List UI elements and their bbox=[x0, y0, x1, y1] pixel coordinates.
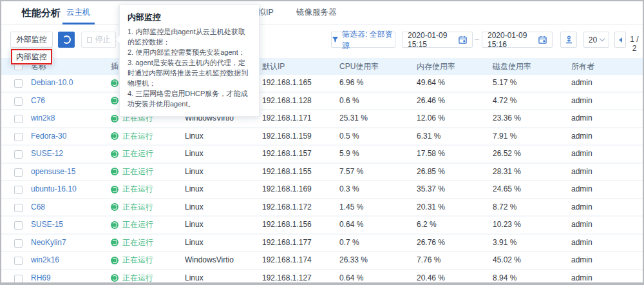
status-label: 正在运行 bbox=[122, 164, 153, 181]
row-checkbox[interactable] bbox=[14, 97, 23, 106]
running-status-icon bbox=[111, 79, 118, 87]
default-ip-cell: 192.168.1.128 bbox=[262, 93, 312, 110]
date-start-input[interactable]: 2020-01-09 15:15 bbox=[402, 32, 473, 48]
menu-item-internal-monitor[interactable]: 内部监控 bbox=[11, 49, 52, 64]
default-ip-cell: 192.168.1.174 bbox=[262, 252, 312, 269]
filter-button[interactable]: 筛选器: 全部资源 bbox=[331, 32, 395, 48]
vm-name-link[interactable]: C68 bbox=[31, 199, 45, 216]
table-row[interactable]: Debian-10.0 正在运行 Linux 192.168.1.165 6.9… bbox=[1, 75, 643, 93]
stop-button[interactable]: 停止 bbox=[81, 32, 116, 48]
table-row[interactable]: C68 正在运行 Linux 192.168.1.172 1.45 % 20.3… bbox=[1, 199, 643, 217]
column-header-owner[interactable]: 所有者 bbox=[571, 58, 594, 75]
vm-name-link[interactable]: Debian-10.0 bbox=[31, 75, 73, 92]
table-row[interactable]: opensuse-15 正在运行 Linux 192.168.1.155 7.5… bbox=[1, 164, 643, 182]
owner-cell: admin bbox=[571, 110, 592, 127]
page-size-select[interactable]: 20 bbox=[583, 32, 609, 48]
memory-usage-cell: 7.76 % bbox=[417, 252, 440, 269]
tab-image-server[interactable]: 镜像服务器 bbox=[296, 1, 337, 25]
disk-usage-cell: 5.17 % bbox=[493, 75, 516, 92]
internal-monitor-tooltip: 内部监控 1. 内部监控是由agent从云主机处获取的监控数据； 2. 使用内部… bbox=[119, 5, 260, 117]
row-checkbox[interactable] bbox=[14, 221, 23, 230]
column-header-memory-usage[interactable]: 内存使用率 bbox=[417, 58, 455, 75]
table-row[interactable]: RH69 正在运行 Linux 192.168.1.127 0.64 % 20.… bbox=[1, 270, 643, 285]
table-row[interactable]: SUSE-15 正在运行 Linux 192.168.1.156 0.64 % … bbox=[1, 217, 643, 235]
row-checkbox[interactable] bbox=[14, 186, 23, 194]
table-row[interactable]: SUSE-12 正在运行 Linux 192.168.1.157 5.9 % 1… bbox=[1, 146, 643, 164]
default-ip-cell: 192.168.1.171 bbox=[262, 110, 312, 127]
cpu-usage-cell: 0.6 % bbox=[339, 93, 359, 110]
row-checkbox[interactable] bbox=[14, 168, 23, 177]
performance-analysis-page: 性能分析 云主机 虚拟IP 镜像服务器 外部监控 内部监控 停止 ? 内部监控 … bbox=[0, 0, 644, 285]
table-row[interactable]: ubuntu-16.10 正在运行 Linux 192.168.1.169 0.… bbox=[1, 181, 643, 199]
memory-usage-cell: 6.2 % bbox=[417, 217, 437, 233]
stop-button-label: 停止 bbox=[95, 34, 111, 45]
agent-status-cell: 正在运行 bbox=[111, 235, 153, 251]
memory-usage-cell: 6.31 % bbox=[417, 128, 440, 145]
row-checkbox[interactable] bbox=[14, 204, 23, 212]
date-end-input[interactable]: 2020-01-09 15:16 bbox=[482, 32, 553, 48]
vm-name-link[interactable]: SUSE-15 bbox=[31, 217, 63, 233]
default-ip-cell: 192.168.1.127 bbox=[262, 270, 312, 285]
disk-usage-cell: 24.65 % bbox=[493, 181, 521, 198]
default-ip-cell: 192.168.1.177 bbox=[262, 235, 312, 251]
table-row[interactable]: NeoKylin7 正在运行 Linux 192.168.1.177 0.7 %… bbox=[1, 235, 643, 253]
refresh-button[interactable] bbox=[58, 32, 75, 48]
disk-usage-cell: 4.72 % bbox=[493, 93, 516, 110]
vm-name-link[interactable]: SUSE-12 bbox=[31, 146, 63, 162]
chevron-down-icon bbox=[600, 36, 605, 41]
tab-cloud-vm[interactable]: 云主机 bbox=[66, 1, 91, 25]
memory-usage-cell: 26.85 % bbox=[417, 164, 445, 181]
cpu-usage-cell: 0.64 % bbox=[339, 217, 363, 233]
row-checkbox[interactable] bbox=[14, 133, 23, 141]
column-header-cpu-usage[interactable]: CPU使用率 bbox=[339, 58, 379, 75]
tooltip-title: 内部监控 bbox=[128, 12, 251, 23]
agent-status-cell: 正在运行 bbox=[111, 164, 153, 181]
export-icon bbox=[565, 35, 573, 44]
disk-usage-cell: 28.31 % bbox=[493, 164, 521, 181]
column-header-default-ip[interactable]: 默认IP bbox=[262, 58, 285, 75]
vm-name-link[interactable]: RH69 bbox=[31, 270, 51, 285]
disk-usage-cell: 8.94 % bbox=[493, 270, 516, 285]
vm-name-link[interactable]: NeoKylin7 bbox=[31, 235, 66, 251]
cpu-usage-cell: 25.31 % bbox=[339, 110, 368, 127]
row-checkbox[interactable] bbox=[14, 115, 23, 123]
column-header-disk-usage[interactable]: 磁盘使用率 bbox=[493, 58, 531, 75]
vm-name-link[interactable]: win2k16 bbox=[31, 252, 59, 269]
previous-page-button[interactable] bbox=[614, 32, 626, 48]
running-status-icon bbox=[111, 203, 118, 211]
monitor-type-select[interactable]: 外部监控 bbox=[10, 32, 53, 48]
row-checkbox[interactable] bbox=[14, 79, 23, 88]
running-status-icon bbox=[111, 115, 118, 123]
tab-bar: 性能分析 云主机 虚拟IP 镜像服务器 bbox=[1, 1, 643, 25]
table-row[interactable]: C76 正在运行 Linux 192.168.1.128 0.6 % 26.46… bbox=[1, 93, 643, 111]
cpu-usage-cell: 5.9 % bbox=[339, 146, 359, 162]
row-checkbox[interactable] bbox=[14, 239, 23, 248]
disk-usage-cell: 8.72 % bbox=[493, 199, 516, 216]
date-start-value: 2020-01-09 15:15 bbox=[408, 31, 459, 49]
page-size-value: 20 bbox=[589, 35, 597, 44]
vm-name-link[interactable]: Fedora-30 bbox=[31, 128, 66, 145]
table-row[interactable]: Fedora-30 正在运行 Linux 192.168.1.159 0.5 %… bbox=[1, 128, 643, 146]
cpu-usage-cell: 26.33 % bbox=[339, 252, 368, 269]
status-label: 正在运行 bbox=[122, 128, 153, 145]
row-checkbox[interactable] bbox=[14, 150, 23, 159]
row-checkbox[interactable] bbox=[14, 257, 23, 265]
default-ip-cell: 192.168.1.156 bbox=[262, 217, 312, 233]
row-checkbox[interactable] bbox=[14, 275, 23, 283]
calendar-icon bbox=[538, 35, 547, 44]
running-status-icon bbox=[111, 186, 118, 193]
agent-status-cell: 正在运行 bbox=[111, 252, 153, 269]
vm-name-link[interactable]: ubuntu-16.10 bbox=[31, 181, 77, 198]
vm-name-link[interactable]: C76 bbox=[31, 93, 45, 110]
platform-cell: Linux bbox=[185, 128, 204, 145]
table-row[interactable]: win2k8 正在运行 WindowsVirtio 192.168.1.171 … bbox=[1, 110, 643, 128]
vm-name-link[interactable]: win2k8 bbox=[31, 110, 55, 127]
memory-usage-cell: 12.06 % bbox=[417, 110, 445, 127]
memory-usage-cell: 49.64 % bbox=[417, 75, 445, 92]
export-button[interactable] bbox=[560, 32, 577, 48]
agent-status-cell: 正在运行 bbox=[111, 146, 153, 162]
disk-usage-cell: 26.52 % bbox=[493, 146, 521, 162]
owner-cell: admin bbox=[571, 146, 592, 162]
vm-name-link[interactable]: opensuse-15 bbox=[31, 164, 75, 181]
table-row[interactable]: win2k16 正在运行 WindowsVirtio 192.168.1.174… bbox=[1, 252, 643, 270]
